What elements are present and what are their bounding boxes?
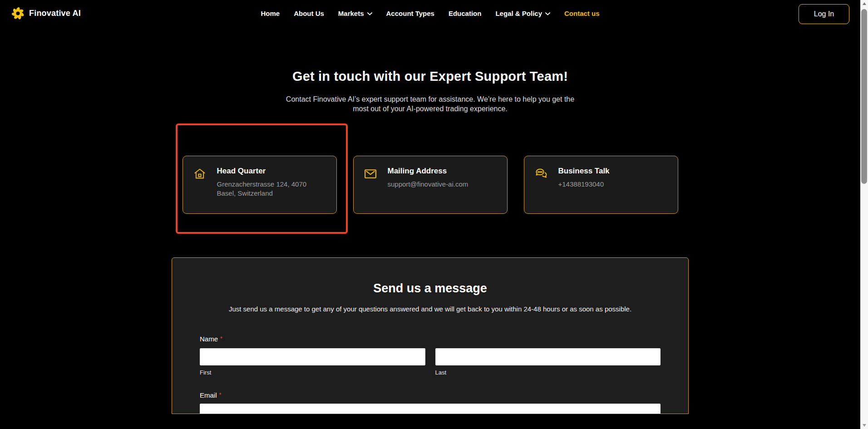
- hero-section: Get in touch with our Expert Support Tea…: [0, 69, 860, 114]
- card-text: Grenzacherstrasse 124, 4070 Basel, Switz…: [217, 180, 326, 198]
- contact-form-section: Send us a message Just send us a message…: [172, 257, 689, 414]
- card-mailing-address: Mailing Address support@finovative-ai.co…: [353, 156, 508, 214]
- nav-item-markets[interactable]: Markets: [338, 10, 372, 17]
- card-text: +14388193040: [558, 180, 610, 189]
- last-name-hint: Last: [435, 369, 661, 376]
- page-subtitle: Contact Finovative AI’s expert support t…: [281, 95, 579, 114]
- chevron-down-icon: [545, 12, 550, 15]
- scroll-down-arrow-icon[interactable]: [860, 422, 868, 429]
- card-title: Business Talk: [558, 167, 610, 176]
- nav-item-legal-policy[interactable]: Legal & Policy: [495, 10, 550, 17]
- headquarter-card-wrapper: Head Quarter Grenzacherstrasse 124, 4070…: [182, 156, 337, 214]
- first-name-input[interactable]: [200, 348, 425, 365]
- scroll-up-arrow-icon[interactable]: [860, 0, 868, 7]
- scrollbar: [860, 0, 868, 429]
- nav-item-account-types[interactable]: Account Types: [386, 10, 434, 17]
- chat-bubbles-icon: [534, 167, 548, 181]
- card-business-talk: Business Talk +14388193040: [524, 156, 678, 214]
- first-name-hint: First: [200, 369, 425, 376]
- login-button[interactable]: Log In: [799, 4, 849, 24]
- nav-item-contact-us[interactable]: Contact us: [564, 10, 600, 17]
- card-head-quarter: Head Quarter Grenzacherstrasse 124, 4070…: [182, 156, 337, 214]
- name-fields-row: First Last: [200, 348, 661, 376]
- nav-item-about-us[interactable]: About Us: [294, 10, 324, 17]
- aperture-flower-icon: [11, 6, 25, 21]
- nav-item-home[interactable]: Home: [261, 10, 280, 17]
- top-navigation-bar: Finovative AI Home About Us Markets Acco…: [0, 0, 860, 26]
- brand-logo[interactable]: Finovative AI: [11, 6, 81, 21]
- form-subtitle: Just send us a message to get any of you…: [200, 305, 661, 313]
- chevron-down-icon: [367, 12, 372, 15]
- mail-icon: [364, 167, 377, 181]
- scrollbar-thumb[interactable]: [861, 9, 867, 184]
- brand-name: Finovative AI: [29, 9, 81, 18]
- card-title: Head Quarter: [217, 167, 326, 176]
- required-asterisk: *: [220, 335, 222, 342]
- required-asterisk: *: [219, 391, 222, 398]
- card-text: support@finovative-ai.com: [388, 180, 469, 189]
- card-title: Mailing Address: [388, 167, 469, 176]
- contact-cards-row: Head Quarter Grenzacherstrasse 124, 4070…: [0, 156, 860, 214]
- name-field-label: Name*: [200, 335, 661, 343]
- page: Finovative AI Home About Us Markets Acco…: [0, 0, 860, 429]
- email-field-label: Email*: [200, 391, 661, 399]
- email-input[interactable]: [200, 404, 661, 414]
- main-nav: Home About Us Markets Account Types Educ…: [261, 0, 599, 26]
- page-title: Get in touch with our Expert Support Tea…: [285, 69, 576, 84]
- home-icon: [193, 167, 207, 181]
- last-name-input[interactable]: [435, 348, 661, 365]
- form-title: Send us a message: [200, 281, 661, 296]
- nav-item-education[interactable]: Education: [449, 10, 482, 17]
